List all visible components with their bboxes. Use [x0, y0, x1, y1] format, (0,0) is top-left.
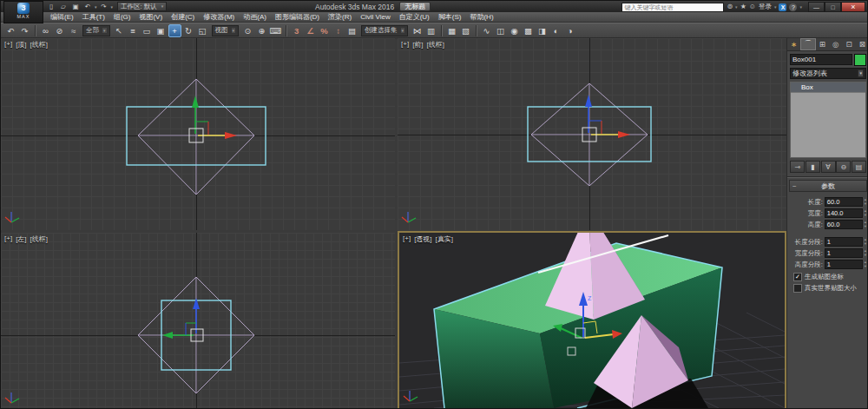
render-iterative-icon[interactable]: ◑ — [563, 24, 576, 37]
app-logo[interactable]: 3 MAX — [3, 1, 43, 23]
save-file-icon[interactable]: ▣ — [70, 3, 81, 11]
tab-hierarchy-icon[interactable]: ⊞ — [816, 38, 829, 50]
real-world-map-size-checkbox[interactable] — [793, 284, 802, 293]
width-field[interactable]: 140.0 — [825, 208, 863, 218]
sign-in-button[interactable]: 登录 — [759, 3, 772, 11]
viewport-menu-plus[interactable]: [+] — [403, 234, 411, 244]
spinner[interactable]: ▴▾ — [865, 249, 866, 257]
user-icon[interactable]: ☺ — [749, 3, 756, 11]
viewport-menu-plus[interactable]: [+] — [4, 234, 12, 244]
menu-rendering[interactable]: 渲染(R) — [324, 12, 356, 23]
viewport-shading-menu[interactable]: [真实] — [436, 234, 453, 244]
parameters-rollout-header[interactable]: − 参数 — [789, 180, 867, 192]
use-pivot-center-icon[interactable]: ⊙ — [241, 24, 254, 37]
generate-mapping-coords-checkbox[interactable]: ✓ — [793, 273, 802, 281]
viewport-left-canvas[interactable] — [1, 233, 395, 409]
keyboard-shortcut-override-icon[interactable]: ⌨ — [269, 24, 282, 37]
favorites-icon[interactable]: ★ — [740, 3, 746, 11]
maximize-button[interactable]: □ — [825, 2, 841, 12]
spinner[interactable]: ▴▾ — [865, 209, 866, 217]
viewport-left[interactable]: [+] [左] [线框] — [1, 233, 395, 409]
spinner[interactable]: ▴▾ — [865, 238, 866, 246]
viewport-perspective-active[interactable]: [+] [透视] [真实] — [398, 231, 786, 409]
edit-named-selection-sets-icon[interactable]: ▤ — [345, 24, 358, 37]
menu-tools[interactable]: 工具(T) — [78, 12, 109, 23]
align-icon[interactable]: ▥ — [424, 24, 437, 37]
new-file-icon[interactable]: ▯ — [46, 3, 56, 11]
viewport-front-canvas[interactable] — [398, 38, 786, 230]
spinner[interactable]: ▴▾ — [865, 198, 866, 206]
undo-scene-icon[interactable]: ↶ — [4, 24, 17, 37]
percent-snap-icon[interactable]: % — [318, 24, 331, 37]
viewport-name-menu[interactable]: [透视] — [414, 234, 431, 244]
search-input[interactable] — [621, 3, 724, 12]
menu-create[interactable]: 创建(C) — [167, 12, 199, 23]
minimize-button[interactable]: — — [808, 2, 825, 12]
render-setup-icon[interactable]: ▩ — [522, 24, 535, 37]
select-object-icon[interactable]: ↖ — [113, 24, 126, 37]
redo-scene-icon[interactable]: ↷ — [18, 24, 31, 37]
help-dropdown-icon[interactable]: ▾ — [799, 4, 802, 10]
spinner[interactable]: ▴▾ — [865, 261, 866, 268]
selection-region-icon[interactable]: ▭ — [141, 24, 154, 37]
menu-edit[interactable]: 编辑(E) — [46, 12, 78, 23]
select-and-move-icon[interactable]: + — [168, 24, 181, 37]
unlink-selection-icon[interactable]: ⊘ — [53, 24, 66, 37]
tab-display-icon[interactable]: ⊡ — [842, 38, 855, 50]
help-icon[interactable]: ? — [789, 3, 797, 11]
close-button[interactable]: × — [841, 2, 865, 12]
undo-dropdown-icon[interactable]: ▾ — [95, 4, 97, 10]
show-end-result-icon[interactable]: ▮ — [806, 161, 820, 173]
viewport-name-menu[interactable]: [顶] — [16, 40, 26, 49]
menu-views[interactable]: 视图(V) — [135, 12, 167, 23]
length-field[interactable]: 60.0 — [825, 197, 863, 207]
tab-create-icon[interactable]: ∗ — [787, 38, 800, 50]
tab-motion-icon[interactable]: ◎ — [829, 38, 842, 50]
menu-customize[interactable]: 自定义(U) — [395, 12, 434, 23]
viewport-menu-plus[interactable]: [+] — [4, 40, 12, 49]
reference-coordinate-dropdown[interactable]: 视图 ▾ — [212, 25, 240, 36]
width-segs-field[interactable]: 1 — [825, 248, 863, 258]
viewport-name-menu[interactable]: [左] — [16, 234, 26, 244]
select-and-manipulate-icon[interactable]: ⊕ — [255, 24, 268, 37]
menu-group[interactable]: 组(G) — [109, 12, 135, 23]
material-editor-icon[interactable]: ◉ — [508, 24, 521, 37]
tab-modify-icon[interactable]: ⌒ — [800, 38, 815, 50]
configure-modifier-sets-icon[interactable]: ▤ — [852, 161, 866, 173]
viewport-shading-menu[interactable]: [线框] — [30, 234, 48, 244]
object-name-field[interactable]: Box001 — [790, 54, 852, 65]
open-file-icon[interactable]: ▱ — [58, 3, 69, 11]
viewport-shading-menu[interactable]: [线框] — [427, 40, 444, 49]
modifier-stack[interactable]: Box — [790, 82, 866, 158]
snap-toggle-3d-icon[interactable]: 3 — [290, 24, 303, 37]
scene-explorer-icon[interactable]: ▧ — [459, 24, 472, 37]
angle-snap-icon[interactable]: ∠ — [304, 24, 317, 37]
window-crossing-icon[interactable]: ▣ — [155, 24, 168, 37]
spinner-snap-icon[interactable]: ↕ — [332, 24, 345, 37]
modifier-list-dropdown[interactable]: 修改器列表 ▾ — [790, 68, 866, 79]
menu-scripting[interactable]: 脚本(S) — [434, 12, 466, 23]
render-production-icon[interactable]: ◐ — [549, 24, 562, 37]
pyramid-wireframe[interactable] — [138, 277, 254, 393]
rendered-frame-window-icon[interactable]: ◨ — [536, 24, 549, 37]
viewport-top[interactable]: [+] [顶] [线框] — [1, 38, 395, 230]
menu-animation[interactable]: 动画(A) — [239, 12, 271, 23]
object-color-swatch[interactable] — [854, 54, 866, 66]
named-selection-sets-dropdown[interactable]: 创建选择集 ▾ — [361, 25, 408, 36]
length-segs-field[interactable]: 1 — [825, 237, 863, 247]
select-and-rotate-icon[interactable]: ↻ — [182, 24, 195, 37]
undo-icon[interactable]: ↶ — [82, 3, 93, 11]
viewport-shading-menu[interactable]: [线框] — [30, 40, 48, 49]
height-field[interactable]: 60.0 — [825, 220, 863, 229]
select-and-link-icon[interactable]: ∞ — [39, 24, 52, 37]
layer-manager-icon[interactable]: ▦ — [445, 24, 458, 37]
search-icon[interactable]: ⊚ — [727, 3, 733, 11]
exchange-apps-icon[interactable]: X — [779, 3, 786, 11]
make-unique-icon[interactable]: ∀ — [821, 161, 836, 173]
remove-modifier-icon[interactable]: ⊖ — [836, 161, 851, 173]
tab-utilities-icon[interactable]: ⊠ — [856, 38, 868, 50]
schematic-view-icon[interactable]: ◫ — [494, 24, 507, 37]
menu-modifiers[interactable]: 修改器(M) — [199, 12, 239, 23]
mirror-icon[interactable]: ⋈ — [411, 24, 424, 37]
select-and-scale-icon[interactable]: ◱ — [196, 24, 209, 37]
